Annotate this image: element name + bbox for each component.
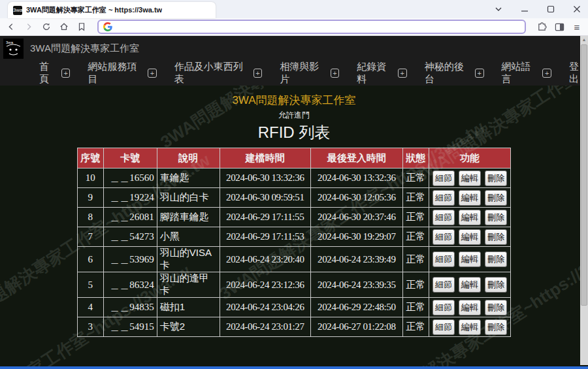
detail-button[interactable]: 細節 xyxy=(433,229,455,245)
cell-created: 2024-06-29 17:11:55 xyxy=(220,208,310,227)
delete-button[interactable]: 刪除 xyxy=(485,170,507,186)
col-header-actions: 功能 xyxy=(429,148,510,168)
plus-icon[interactable]: + xyxy=(148,69,157,78)
site-logo[interactable]: 3wa xyxy=(3,39,24,59)
rfid-table-body: 10 ＿＿16560 車鑰匙 2024-06-30 13:32:36 2024-… xyxy=(77,168,510,337)
edit-button[interactable]: 編輯 xyxy=(459,251,481,267)
table-row: 5 ＿＿86324 羽山的逢甲卡 2024-06-24 23:12:36 202… xyxy=(77,272,510,298)
cell-last-login: 2024-06-30 19:29:07 xyxy=(310,227,402,247)
nav-item-services[interactable]: 網站服務項目 + xyxy=(88,61,156,86)
delete-button[interactable]: 刪除 xyxy=(485,210,507,225)
sidebar-icon[interactable] xyxy=(553,21,565,33)
table-row: 8 ＿＿26081 腳踏車鑰匙 2024-06-29 17:11:55 2024… xyxy=(77,208,510,227)
nav-item-backstage[interactable]: 神秘的後台 + xyxy=(425,61,484,86)
cell-actions: 細節 編輯 刪除 xyxy=(429,168,510,188)
nav-label: 網站服務項目 xyxy=(88,61,144,86)
tab-list-chevron-down-icon[interactable] xyxy=(494,5,503,14)
cell-actions: 細節 編輯 刪除 xyxy=(429,188,510,208)
table-row: 9 ＿＿19224 羽山的白卡 2024-06-30 09:59:51 2024… xyxy=(77,188,510,208)
plus-icon[interactable]: + xyxy=(61,69,71,78)
delete-button[interactable]: 刪除 xyxy=(485,277,507,293)
close-button[interactable] xyxy=(572,5,581,14)
detail-button[interactable]: 細節 xyxy=(433,190,455,206)
plus-icon[interactable]: + xyxy=(331,69,340,78)
extensions-icon[interactable] xyxy=(536,21,547,33)
tab-title: 3WA問題解決專家工作室 ~ https://3wa.tw xyxy=(26,5,162,15)
cell-seq: 3 xyxy=(77,317,103,337)
detail-button[interactable]: 細節 xyxy=(433,210,455,225)
delete-button[interactable]: 刪除 xyxy=(485,190,507,206)
plus-icon[interactable]: + xyxy=(542,69,551,78)
reload-icon[interactable] xyxy=(41,21,52,33)
browser-toolbar: ≡ xyxy=(0,18,588,36)
nav-label: 作品及小東西列表 xyxy=(174,61,250,86)
detail-button[interactable]: 細節 xyxy=(433,300,455,315)
detail-button[interactable]: 細節 xyxy=(433,277,455,293)
delete-button[interactable]: 刪除 xyxy=(485,251,507,267)
edit-button[interactable]: 編輯 xyxy=(459,210,481,225)
page-title: 3WA問題解決專家工作室 xyxy=(0,86,588,108)
cell-status: 正常 xyxy=(402,317,429,337)
bottom-blue-strip xyxy=(0,366,588,369)
col-header-last-login: 最後登入時間 xyxy=(310,148,402,168)
edit-button[interactable]: 編輯 xyxy=(459,170,481,186)
table-row: 6 ＿＿53969 羽山的VISA卡 2024-06-24 23:20:40 2… xyxy=(77,247,510,272)
cell-created: 2024-06-24 23:04:26 xyxy=(220,298,310,317)
edit-button[interactable]: 編輯 xyxy=(459,229,481,245)
cell-seq: 8 xyxy=(77,208,103,227)
detail-button[interactable]: 細節 xyxy=(433,319,455,335)
cell-desc: 羽山的白卡 xyxy=(157,188,220,208)
cell-status: 正常 xyxy=(402,227,429,247)
nav-item-home[interactable]: 首頁 + xyxy=(39,61,70,86)
cell-desc: 磁扣1 xyxy=(157,298,220,317)
delete-button[interactable]: 刪除 xyxy=(485,300,507,315)
cell-status: 正常 xyxy=(402,188,429,208)
delete-button[interactable]: 刪除 xyxy=(485,229,507,245)
address-bar[interactable] xyxy=(97,20,526,34)
cell-desc: 羽山的逢甲卡 xyxy=(157,272,220,298)
cell-last-login: 2024-06-30 20:37:46 xyxy=(310,208,402,227)
page-scrollbar[interactable]: ▲ xyxy=(580,36,588,365)
nav-label: 神秘的後台 xyxy=(425,61,472,86)
edit-button[interactable]: 編輯 xyxy=(459,319,481,335)
col-header-created: 建檔時間 xyxy=(220,148,310,168)
nav-item-language[interactable]: 網站語言 + xyxy=(502,61,551,86)
cell-created: 2024-06-30 13:32:36 xyxy=(220,168,310,188)
forward-icon[interactable] xyxy=(23,21,35,33)
plus-icon[interactable]: + xyxy=(398,69,407,78)
menu-hamburger-icon[interactable]: ≡ xyxy=(571,21,583,33)
cell-actions: 細節 編輯 刪除 xyxy=(429,317,510,337)
plus-icon[interactable]: + xyxy=(475,69,484,78)
bookmark-icon[interactable] xyxy=(76,21,88,33)
minimize-button[interactable] xyxy=(520,5,529,14)
cell-last-login: 2024-06-30 13:32:36 xyxy=(310,168,402,188)
cell-actions: 細節 編輯 刪除 xyxy=(429,208,510,227)
scroll-up-arrow-icon[interactable]: ▲ xyxy=(580,36,588,44)
cell-seq: 6 xyxy=(77,247,103,272)
nav-item-works[interactable]: 作品及小東西列表 + xyxy=(174,61,262,86)
detail-button[interactable]: 細節 xyxy=(433,170,455,186)
plus-icon[interactable]: + xyxy=(253,69,263,78)
cell-status: 正常 xyxy=(402,247,429,272)
cell-last-login: 2024-06-29 22:48:50 xyxy=(310,298,402,317)
browser-tab[interactable]: 3wa 3WA問題解決專家工作室 ~ https://3wa.tw xyxy=(8,2,216,18)
edit-button[interactable]: 編輯 xyxy=(459,300,481,315)
maximize-button[interactable] xyxy=(546,5,555,14)
edit-button[interactable]: 編輯 xyxy=(459,190,481,206)
detail-button[interactable]: 細節 xyxy=(433,251,455,267)
col-header-status: 狀態 xyxy=(402,148,429,168)
scrollbar-thumb[interactable] xyxy=(581,44,587,306)
nav-item-records[interactable]: 紀錄資料 + xyxy=(357,61,406,86)
cell-card: ＿＿54915 xyxy=(103,317,157,337)
nav-label: 相簿與影片 xyxy=(280,61,327,86)
nav-label: 網站語言 xyxy=(502,61,540,86)
back-icon[interactable] xyxy=(5,21,17,33)
nav-item-albums[interactable]: 相簿與影片 + xyxy=(280,61,339,86)
home-icon[interactable] xyxy=(58,21,70,33)
table-row: 10 ＿＿16560 車鑰匙 2024-06-30 13:32:36 2024-… xyxy=(77,168,510,188)
delete-button[interactable]: 刪除 xyxy=(485,319,507,335)
cell-actions: 細節 編輯 刪除 xyxy=(429,298,510,317)
edit-button[interactable]: 編輯 xyxy=(459,277,481,293)
cell-desc: 羽山的VISA卡 xyxy=(157,247,220,272)
cell-desc: 腳踏車鑰匙 xyxy=(157,208,220,227)
